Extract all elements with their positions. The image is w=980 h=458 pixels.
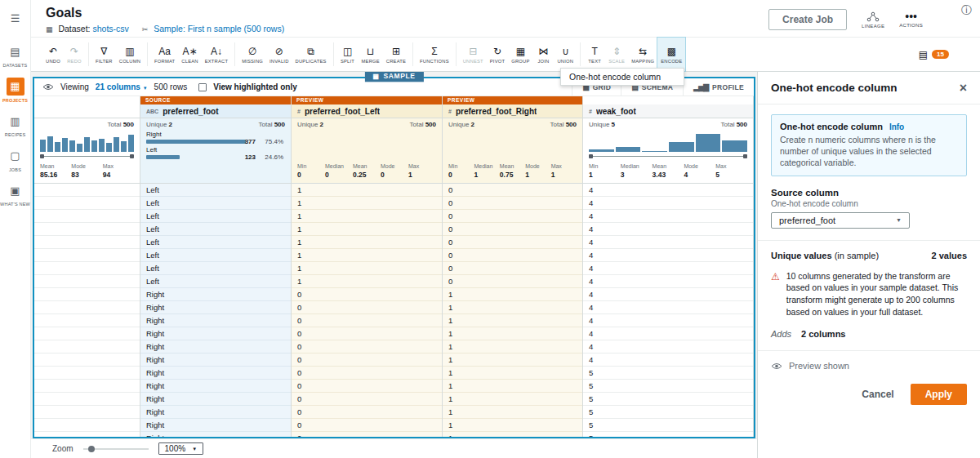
zoom-slider[interactable] bbox=[83, 448, 149, 450]
info-link[interactable]: Info bbox=[889, 122, 904, 131]
grid-cell[interactable] bbox=[34, 184, 140, 197]
grid-cell[interactable] bbox=[34, 197, 140, 210]
toolbar-pivot-button[interactable]: ↻PIVOT bbox=[487, 38, 508, 71]
grid-cell[interactable]: 4 bbox=[583, 210, 753, 223]
info-icon[interactable]: ⓘ bbox=[961, 3, 972, 18]
actions-menu[interactable]: ••• ACTIONS bbox=[899, 11, 923, 28]
grid-cell[interactable]: 5 bbox=[583, 380, 753, 393]
grid-cell[interactable]: 0 bbox=[443, 184, 582, 197]
toolbar-scale-button[interactable]: ⇕SCALE bbox=[605, 38, 628, 71]
grid-cell[interactable]: 4 bbox=[583, 262, 753, 275]
toolbar-missing-button[interactable]: ∅MISSING bbox=[238, 38, 266, 71]
grid-cell[interactable]: 1 bbox=[443, 288, 582, 301]
grid-cell[interactable]: Right bbox=[140, 380, 291, 393]
grid-cell[interactable]: 4 bbox=[583, 301, 753, 314]
recipe-button[interactable]: ▤ 15 bbox=[919, 49, 949, 60]
grid-cell[interactable]: Left bbox=[140, 197, 291, 210]
lineage-button[interactable]: LINEAGE bbox=[862, 11, 884, 29]
sidebar-item-recipes[interactable]: ▥RECIPES bbox=[0, 108, 30, 143]
histogram-range-slider[interactable] bbox=[589, 153, 747, 160]
zoom-slider-handle[interactable] bbox=[88, 446, 95, 452]
grid-cell[interactable]: 0 bbox=[443, 262, 582, 275]
grid-cell[interactable]: 1 bbox=[443, 380, 582, 393]
grid-cell[interactable]: Right bbox=[140, 393, 291, 406]
toolbar-extract-button[interactable]: A↓EXTRACT bbox=[202, 38, 231, 71]
grid-cell[interactable]: Left bbox=[140, 223, 291, 236]
grid-cell[interactable] bbox=[34, 340, 140, 354]
grid-cell[interactable]: Left bbox=[140, 275, 291, 288]
grid-cell[interactable] bbox=[34, 288, 140, 301]
grid-cell[interactable]: 1 bbox=[443, 301, 582, 314]
grid-cell[interactable]: 0 bbox=[443, 223, 582, 236]
grid-cell[interactable] bbox=[34, 406, 140, 419]
sidebar-item-whats-new[interactable]: ▣WHAT'S NEW bbox=[0, 177, 30, 212]
column-header[interactable]: #weak_foot bbox=[583, 104, 753, 118]
slider-handle[interactable] bbox=[130, 154, 134, 158]
grid-cell[interactable]: 1 bbox=[443, 367, 582, 380]
zoom-level-select[interactable]: 100% ▼ bbox=[158, 442, 204, 455]
grid-cell[interactable]: 0 bbox=[292, 406, 442, 419]
close-icon[interactable]: × bbox=[960, 83, 967, 93]
sidebar-item-projects[interactable]: ▦PROJECTS bbox=[0, 73, 30, 109]
grid-cell[interactable]: 0 bbox=[443, 249, 582, 262]
grid-cell[interactable]: 0 bbox=[292, 327, 442, 340]
grid-cell[interactable]: Right bbox=[140, 367, 291, 380]
grid-cell[interactable]: 0 bbox=[292, 314, 442, 327]
grid-cell[interactable]: 0 bbox=[443, 210, 582, 223]
grid-cell[interactable]: 4 bbox=[583, 184, 753, 197]
toolbar-merge-button[interactable]: ⊔MERGE bbox=[359, 38, 383, 71]
grid-cell[interactable]: 4 bbox=[583, 249, 753, 262]
grid-cell[interactable]: 1 bbox=[292, 262, 442, 275]
toolbar-union-button[interactable]: ∪UNION bbox=[554, 38, 577, 71]
grid-cell[interactable]: 0 bbox=[292, 288, 442, 301]
grid-cell[interactable]: 0 bbox=[292, 393, 442, 406]
grid-cell[interactable]: 1 bbox=[292, 197, 442, 210]
grid-cell[interactable]: 0 bbox=[443, 197, 582, 210]
dataset-link[interactable]: shots-csv bbox=[92, 24, 128, 33]
toolbar-create-button[interactable]: ⊞CREATE bbox=[383, 38, 409, 71]
grid-cell[interactable]: 0 bbox=[292, 380, 442, 393]
toolbar-filter-button[interactable]: ∇FILTER bbox=[92, 38, 116, 71]
grid-cell[interactable]: 5 bbox=[583, 393, 753, 406]
toolbar-unnest-button[interactable]: ⊟UNNEST bbox=[460, 38, 487, 71]
column-header[interactable]: #preferred_foot_Left bbox=[292, 104, 442, 118]
grid-cell[interactable]: 4 bbox=[583, 236, 753, 249]
grid-cell[interactable]: 1 bbox=[443, 340, 582, 354]
create-job-button[interactable]: Create Job bbox=[768, 9, 847, 30]
grid-cell[interactable]: 1 bbox=[292, 275, 442, 288]
grid-cell[interactable]: 0 bbox=[292, 301, 442, 314]
toolbar-text-button[interactable]: TTEXT bbox=[584, 38, 605, 71]
grid-cell[interactable]: 1 bbox=[443, 419, 582, 432]
preview-toggle[interactable]: Preview shown bbox=[771, 361, 967, 371]
grid-cell[interactable]: Right bbox=[140, 340, 291, 354]
toolbar-format-button[interactable]: AaFORMAT bbox=[151, 38, 178, 71]
grid-cell[interactable] bbox=[34, 223, 140, 236]
column-header[interactable] bbox=[34, 104, 140, 118]
grid-cell[interactable] bbox=[34, 419, 140, 432]
grid-cell[interactable]: 0 bbox=[292, 419, 442, 432]
tab-profile[interactable]: ▂▅▇PROFILE bbox=[683, 78, 754, 96]
grid-cell[interactable]: 0 bbox=[292, 340, 442, 354]
grid-cell[interactable] bbox=[34, 314, 140, 327]
grid-cell[interactable]: 1 bbox=[443, 327, 582, 340]
grid-cell[interactable]: 4 bbox=[583, 314, 753, 327]
grid-cell[interactable]: 1 bbox=[292, 223, 442, 236]
grid-cell[interactable]: 0 bbox=[443, 236, 582, 249]
grid-cell[interactable]: Right bbox=[140, 432, 291, 437]
grid-cell[interactable]: Left bbox=[140, 210, 291, 223]
grid-cell[interactable] bbox=[34, 327, 140, 340]
grid-cell[interactable]: 1 bbox=[443, 354, 582, 367]
grid-cell[interactable] bbox=[34, 354, 140, 367]
grid-cell[interactable]: Right bbox=[140, 327, 291, 340]
histogram-range-slider[interactable] bbox=[40, 153, 134, 160]
grid-cell[interactable]: Right bbox=[140, 406, 291, 419]
grid-cell[interactable] bbox=[34, 210, 140, 223]
grid-cell[interactable] bbox=[34, 432, 140, 437]
grid-cell[interactable]: 1 bbox=[443, 393, 582, 406]
grid-cell[interactable]: 4 bbox=[583, 275, 753, 288]
sidebar-item-jobs[interactable]: ▢JOBS bbox=[0, 143, 30, 178]
slider-handle[interactable] bbox=[743, 154, 747, 158]
source-column-select[interactable]: preferred_foot ▼ bbox=[771, 212, 910, 229]
toolbar-functions-button[interactable]: ΣFUNCTIONS bbox=[416, 38, 452, 71]
slider-handle[interactable] bbox=[589, 154, 593, 158]
